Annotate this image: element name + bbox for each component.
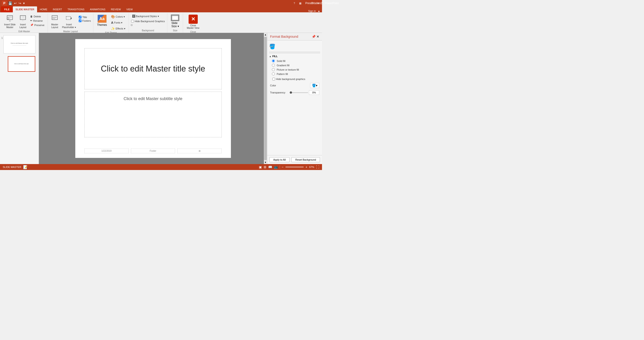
colors-icon: 🎨 — [111, 15, 115, 18]
normal-view-btn[interactable]: ▣ — [259, 165, 262, 169]
close-master-view-btn[interactable]: ✕ CloseMaster View — [185, 14, 201, 30]
tab-home[interactable]: HOME — [37, 6, 50, 12]
preserve-btn[interactable]: 📌 Preserve — [29, 23, 46, 27]
tab-insert[interactable]: INSERT — [50, 6, 65, 12]
slide-number-1: 1 — [1, 36, 3, 39]
transparency-input[interactable] — [309, 90, 319, 95]
titlebar-left: P 💾 ↩ ↪ ▾ — [2, 1, 25, 6]
transparency-slider[interactable] — [290, 92, 308, 93]
save-btn[interactable]: 💾 — [8, 1, 12, 5]
apply-to-all-btn[interactable]: Apply to All — [269, 157, 290, 162]
rename-label: Rename — [33, 19, 43, 22]
redo-btn[interactable]: ↪ — [18, 1, 22, 5]
tab-animations[interactable]: ANIMATIONS — [87, 6, 108, 12]
zoom-minus-btn[interactable]: − — [282, 165, 284, 169]
delete-btn[interactable]: 🗑 Delete — [29, 15, 46, 18]
background-expand-btn[interactable]: ⊡ — [131, 24, 132, 26]
slide-thumb-content-2: Click to edit Master title style — [13, 62, 30, 66]
insert-placeholder-btn[interactable]: InsertPlaceholder ▾ — [61, 14, 77, 30]
tab-transitions[interactable]: TRANSITIONS — [65, 6, 87, 12]
insert-placeholder-icon — [65, 15, 72, 23]
slide-thumb-2[interactable]: Click to edit Master title style — [1, 56, 38, 72]
ribbon-display-btn[interactable]: ▦ — [298, 1, 302, 5]
gradient-fill-option[interactable]: Gradient fill — [272, 64, 318, 67]
edit-master-group-label: Edit Master — [3, 30, 46, 33]
slide-title-area[interactable]: Click to edit Master title style — [84, 48, 222, 89]
status-bar: SLIDE MASTER 📝 ▣ ⊞ 📖 📺 − + 67% ⛶ — [0, 164, 322, 170]
fill-section-label: FILL — [272, 55, 278, 58]
close-master-label: CloseMaster View — [187, 24, 199, 29]
sign-in-btn[interactable]: Sign in — [308, 9, 316, 12]
zoom-plus-btn[interactable]: + — [306, 165, 307, 169]
presenter-view-btn[interactable]: 📺 — [274, 165, 278, 169]
notes-btn[interactable]: 📝 — [23, 165, 28, 169]
preserve-icon: 📌 — [30, 23, 34, 26]
insert-slide-master-btn[interactable]: Insert SlideMaster — [3, 14, 17, 30]
reset-background-btn[interactable]: Reset Background — [291, 157, 320, 162]
svg-rect-11 — [52, 17, 56, 18]
color-picker-icon: 🪣▾ — [312, 84, 318, 87]
scroll-thumb[interactable] — [264, 37, 267, 160]
format-background-panel: Format Background 📌 ✕ 🪣 ▲ FILL Solid — [267, 33, 322, 164]
ribbon-tabs: FILE SLIDE MASTER HOME INSERT TRANSITION… — [0, 6, 322, 12]
background-styles-btn[interactable]: 🖼 Background Styles ▾ — [131, 14, 160, 19]
footer-date-box: 1/22/2019 — [84, 149, 128, 153]
slide-subtitle-area[interactable]: Click to edit Master subtitle style — [84, 92, 222, 137]
title-bar: P 💾 ↩ ↪ ▾ Presentation2 - PowerPoint ? ▦… — [0, 0, 322, 6]
fit-slide-btn[interactable]: ⛶ — [316, 165, 319, 169]
scroll-down-btn[interactable]: ▼ — [264, 161, 267, 164]
tab-file[interactable]: FILE — [1, 6, 13, 12]
slide-sorter-btn[interactable]: ⊞ — [264, 165, 266, 169]
hide-background-graphics-option[interactable]: Hide background graphics — [272, 77, 318, 81]
footer-center-box: Footer — [131, 149, 175, 153]
slide-subtitle-text: Click to edit Master subtitle style — [124, 96, 182, 101]
panel-close-btn[interactable]: ✕ — [316, 35, 319, 38]
background-styles-label: Background Styles ▾ — [136, 15, 159, 18]
footers-checkbox-label: Footers — [82, 19, 91, 22]
picture-texture-fill-label: Picture or texture fill — [277, 68, 299, 71]
slide-thumb-1[interactable]: 1 Click to edit Master title style ─────… — [1, 35, 38, 54]
effects-btn[interactable]: ✨ Effects ▾ — [110, 26, 126, 31]
master-layout-btn[interactable]: MasterLayout — [50, 14, 60, 30]
hide-background-graphics-checkbox[interactable]: Hide Background Graphics — [131, 20, 165, 23]
slide-size-icon — [171, 15, 179, 21]
quick-access-toolbar: 💾 ↩ ↪ ▾ — [8, 1, 25, 5]
ribbon-group-size: SlideSize ▾ Size — [167, 13, 183, 33]
panel-pin-btn[interactable]: 📌 — [312, 35, 316, 38]
themes-btn[interactable]: Aa Themes — [95, 14, 109, 27]
edit-master-small-group: 🗑 Delete ✏ Rename 📌 Preserve — [29, 14, 46, 27]
help-btn[interactable]: ? — [292, 1, 296, 5]
colors-btn[interactable]: 🎨 Colors ▾ — [110, 14, 126, 19]
fill-arrow-icon: ▲ — [269, 55, 272, 58]
footers-checkbox[interactable]: Footers — [78, 19, 91, 22]
background-content: 🖼 Background Styles ▾ Hide Background Gr… — [131, 14, 165, 29]
panel-title: Format Background — [270, 35, 298, 38]
customize-btn[interactable]: ▾ — [23, 1, 25, 5]
rename-btn[interactable]: ✏ Rename — [29, 19, 46, 23]
vertical-scrollbar[interactable]: ▲ ▼ — [264, 33, 267, 164]
insert-layout-btn[interactable]: InsertLayout — [18, 14, 28, 30]
slide-thumb-content-1: Click to edit Master title style ───────… — [10, 42, 29, 47]
paint-icon: 🪣 — [269, 42, 320, 51]
picture-texture-fill-option[interactable]: Picture or texture fill — [272, 68, 318, 71]
scroll-up-btn[interactable]: ▲ — [264, 33, 267, 36]
tab-review[interactable]: REVIEW — [108, 6, 123, 12]
insert-slide-master-label: Insert SlideMaster — [4, 23, 16, 29]
zoom-slider[interactable] — [286, 167, 304, 168]
tab-slide-master[interactable]: SLIDE MASTER — [13, 6, 37, 12]
close-master-icon: ✕ — [188, 15, 198, 24]
fonts-btn[interactable]: A Fonts ▾ — [110, 20, 126, 25]
tab-view[interactable]: VIEW — [124, 6, 136, 12]
hide-background-graphics-option-label: Hide background graphics — [276, 78, 305, 80]
pattern-fill-option[interactable]: Pattern fill — [272, 72, 318, 75]
status-separator — [280, 166, 280, 169]
solid-fill-option[interactable]: Solid fill — [272, 59, 318, 62]
insert-placeholder-label: InsertPlaceholder ▾ — [62, 23, 76, 29]
reading-view-btn[interactable]: 📖 — [268, 165, 272, 169]
fill-section-header[interactable]: ▲ FILL — [269, 53, 320, 58]
title-checkbox[interactable]: Title — [78, 15, 91, 19]
color-picker-btn[interactable]: 🪣▾ — [310, 83, 319, 88]
undo-btn[interactable]: ↩ — [14, 1, 17, 5]
slide-size-btn[interactable]: SlideSize ▾ — [169, 14, 181, 29]
ribbon-expand-btn[interactable]: ▲ — [318, 9, 320, 12]
